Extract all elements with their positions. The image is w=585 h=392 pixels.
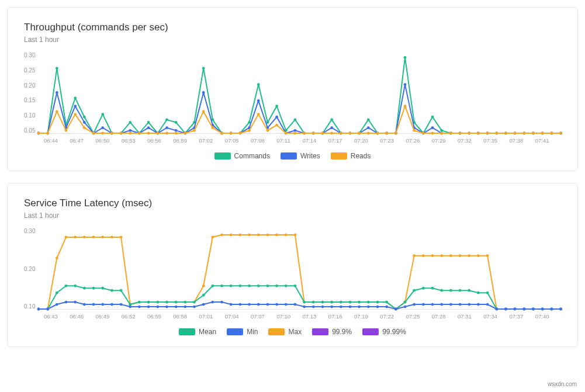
legend-item-max[interactable]: Max bbox=[268, 328, 302, 336]
svg-point-116 bbox=[37, 132, 40, 135]
svg-point-340 bbox=[496, 308, 499, 311]
svg-point-333 bbox=[431, 303, 434, 306]
svg-point-177 bbox=[65, 236, 68, 239]
swatch-icon bbox=[331, 152, 347, 159]
svg-point-313 bbox=[248, 303, 251, 306]
svg-point-215 bbox=[413, 254, 416, 257]
svg-point-90 bbox=[331, 126, 334, 129]
legend-label: 99.99% bbox=[382, 328, 406, 336]
svg-point-280 bbox=[477, 292, 480, 294]
svg-point-218 bbox=[441, 254, 444, 257]
svg-point-146 bbox=[312, 132, 315, 135]
legend-item-mean[interactable]: Mean bbox=[179, 328, 216, 336]
svg-point-101 bbox=[431, 126, 434, 129]
svg-point-151 bbox=[358, 132, 361, 135]
svg-point-147 bbox=[321, 132, 324, 135]
svg-point-302 bbox=[147, 306, 150, 308]
chart-subtitle: Last 1 hour bbox=[24, 36, 561, 44]
svg-point-200 bbox=[276, 234, 279, 237]
svg-point-201 bbox=[285, 234, 288, 237]
svg-point-18 bbox=[202, 67, 205, 70]
svg-point-132 bbox=[184, 132, 187, 135]
svg-point-244 bbox=[147, 301, 150, 304]
svg-point-7 bbox=[102, 113, 105, 116]
legend-item-9999[interactable]: 99.99% bbox=[362, 328, 406, 336]
svg-point-159 bbox=[431, 132, 434, 135]
svg-point-290 bbox=[37, 308, 40, 311]
svg-point-301 bbox=[139, 306, 141, 308]
svg-point-324 bbox=[349, 306, 352, 308]
legend-label: Min bbox=[247, 328, 258, 336]
svg-point-246 bbox=[166, 301, 169, 304]
svg-point-334 bbox=[441, 303, 444, 306]
svg-point-168 bbox=[514, 132, 517, 135]
svg-point-239 bbox=[102, 287, 105, 290]
svg-point-133 bbox=[193, 129, 196, 132]
svg-point-5 bbox=[83, 116, 86, 119]
legend-item-999[interactable]: 99.9% bbox=[312, 328, 352, 336]
throughput-legend: Commands Writes Reads bbox=[24, 152, 561, 160]
svg-point-267 bbox=[358, 301, 361, 304]
legend-item-min[interactable]: Min bbox=[227, 328, 258, 336]
svg-point-220 bbox=[459, 254, 462, 257]
svg-point-120 bbox=[74, 113, 77, 116]
svg-point-299 bbox=[120, 303, 123, 306]
svg-point-202 bbox=[294, 234, 297, 237]
svg-point-325 bbox=[358, 306, 361, 308]
svg-point-70 bbox=[147, 126, 150, 129]
svg-point-273 bbox=[413, 289, 416, 292]
y-axis: 0.300.250.200.150.100.05 bbox=[24, 52, 39, 134]
svg-point-43 bbox=[431, 116, 434, 119]
svg-point-32 bbox=[331, 118, 334, 121]
legend-label: Commands bbox=[234, 152, 270, 160]
x-axis: 06:4406:4706:5006:5306:5606:5907:0207:05… bbox=[44, 134, 561, 144]
svg-point-318 bbox=[294, 303, 297, 306]
svg-point-257 bbox=[266, 285, 269, 287]
swatch-icon bbox=[227, 328, 243, 335]
legend-item-commands[interactable]: Commands bbox=[214, 152, 270, 160]
svg-point-76 bbox=[202, 91, 205, 94]
svg-point-134 bbox=[202, 110, 205, 113]
svg-point-323 bbox=[340, 306, 342, 308]
legend-label: Writes bbox=[300, 152, 320, 160]
svg-point-276 bbox=[441, 289, 444, 292]
svg-point-142 bbox=[276, 124, 279, 127]
svg-point-219 bbox=[450, 254, 453, 257]
svg-point-60 bbox=[56, 91, 58, 94]
svg-point-140 bbox=[257, 113, 260, 116]
plot-area[interactable] bbox=[39, 52, 561, 134]
svg-point-250 bbox=[202, 294, 205, 297]
svg-point-158 bbox=[422, 132, 425, 135]
line-chart-svg bbox=[39, 228, 561, 309]
svg-point-256 bbox=[257, 285, 260, 287]
svg-point-311 bbox=[230, 303, 233, 306]
legend-item-reads[interactable]: Reads bbox=[331, 152, 371, 160]
svg-point-297 bbox=[102, 303, 105, 306]
plot-area[interactable] bbox=[39, 228, 561, 310]
svg-point-130 bbox=[166, 132, 169, 135]
svg-point-235 bbox=[65, 285, 68, 287]
svg-point-269 bbox=[376, 301, 379, 304]
svg-point-165 bbox=[486, 132, 489, 135]
svg-point-162 bbox=[459, 132, 462, 135]
legend-label: Reads bbox=[351, 152, 371, 160]
latency-legend: Mean Min Max 99.9% 99.99% bbox=[24, 328, 561, 336]
svg-point-260 bbox=[294, 285, 297, 287]
svg-point-248 bbox=[184, 301, 187, 304]
svg-point-307 bbox=[193, 306, 196, 308]
svg-point-291 bbox=[47, 308, 50, 311]
svg-point-167 bbox=[505, 132, 508, 135]
svg-point-321 bbox=[321, 306, 324, 308]
svg-point-264 bbox=[331, 301, 334, 304]
throughput-panel: Throughput (commands per sec) Last 1 hou… bbox=[7, 7, 578, 171]
svg-point-141 bbox=[266, 129, 269, 132]
svg-point-129 bbox=[157, 132, 160, 135]
svg-point-121 bbox=[83, 126, 86, 129]
svg-point-15 bbox=[175, 121, 178, 124]
svg-point-65 bbox=[102, 126, 105, 129]
svg-point-326 bbox=[367, 306, 370, 308]
svg-point-127 bbox=[139, 132, 141, 135]
legend-item-writes[interactable]: Writes bbox=[281, 152, 320, 160]
svg-point-281 bbox=[486, 292, 489, 294]
svg-point-279 bbox=[468, 289, 471, 292]
